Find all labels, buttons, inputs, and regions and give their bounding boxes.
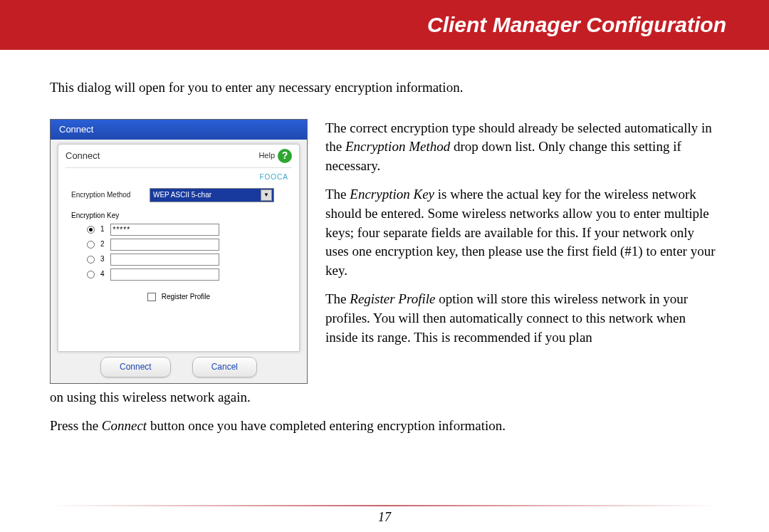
key-num-1: 1 (100, 224, 105, 234)
page-header-title: Client Manager Configuration (427, 13, 726, 37)
key-input-3[interactable] (110, 254, 219, 266)
key-radio-2[interactable] (87, 241, 95, 249)
network-name: FOOCA (58, 171, 299, 187)
page-number: 17 (0, 510, 769, 525)
page-content: This dialog will open for you to enter a… (0, 50, 769, 436)
help-label: Help (258, 150, 275, 161)
em-connect: Connect (102, 418, 147, 433)
paragraph-3: The Register Profile option will store t… (325, 290, 719, 347)
paragraph-3-cont: on using this wireless network again. (50, 388, 719, 407)
key-row-2: 2 (87, 239, 286, 251)
dialog-panel: Connect Help ? FOOCA Encryption Method W… (58, 144, 300, 352)
help-icon: ? (278, 149, 292, 163)
connect-dialog: Connect Connect Help ? FOOCA Encryption … (50, 119, 308, 384)
em-encryption-method: Encryption Method (345, 139, 450, 154)
register-profile-checkbox[interactable] (147, 293, 156, 301)
em-register-profile: Register Profile (350, 291, 435, 306)
intro-paragraph: This dialog will open for you to enter a… (50, 78, 719, 98)
key-input-1[interactable]: ***** (110, 224, 219, 236)
register-profile-row: Register Profile (58, 283, 299, 302)
key-input-2[interactable] (110, 239, 219, 251)
key-row-1: 1 ***** (87, 224, 286, 236)
cancel-button[interactable]: Cancel (192, 357, 257, 377)
help-link[interactable]: Help ? (258, 149, 292, 163)
em-encryption-key: Encryption Key (350, 187, 434, 202)
divider (66, 167, 292, 168)
key-input-4[interactable] (110, 268, 219, 281)
paragraph-2: The Encryption Key is where the actual k… (325, 185, 719, 280)
key-row-4: 4 (87, 268, 286, 281)
encryption-method-value: WEP ASCII 5-char (153, 190, 211, 200)
connect-button[interactable]: Connect (100, 357, 171, 377)
encryption-method-select[interactable]: WEP ASCII 5-char (150, 188, 274, 202)
panel-title: Connect (66, 150, 100, 162)
key-row-3: 3 (87, 254, 286, 266)
encryption-key-label: Encryption Key (58, 204, 299, 224)
footer-rule (50, 505, 719, 506)
key-radio-3[interactable] (87, 256, 95, 264)
register-profile-label: Register Profile (162, 293, 210, 301)
key-radio-1[interactable] (87, 226, 95, 234)
key-num-2: 2 (100, 239, 105, 249)
key-num-4: 4 (100, 269, 105, 279)
key-num-3: 3 (100, 254, 105, 264)
key-radio-4[interactable] (87, 271, 95, 278)
dialog-titlebar: Connect (51, 120, 307, 140)
paragraph-1: The correct encryption type should alrea… (325, 119, 719, 176)
page-header: Client Manager Configuration (0, 0, 769, 50)
paragraph-4: Press the Connect button once you have c… (50, 417, 719, 436)
encryption-method-label: Encryption Method (71, 190, 150, 200)
encryption-key-rows: 1 ***** 2 3 4 (58, 224, 299, 281)
